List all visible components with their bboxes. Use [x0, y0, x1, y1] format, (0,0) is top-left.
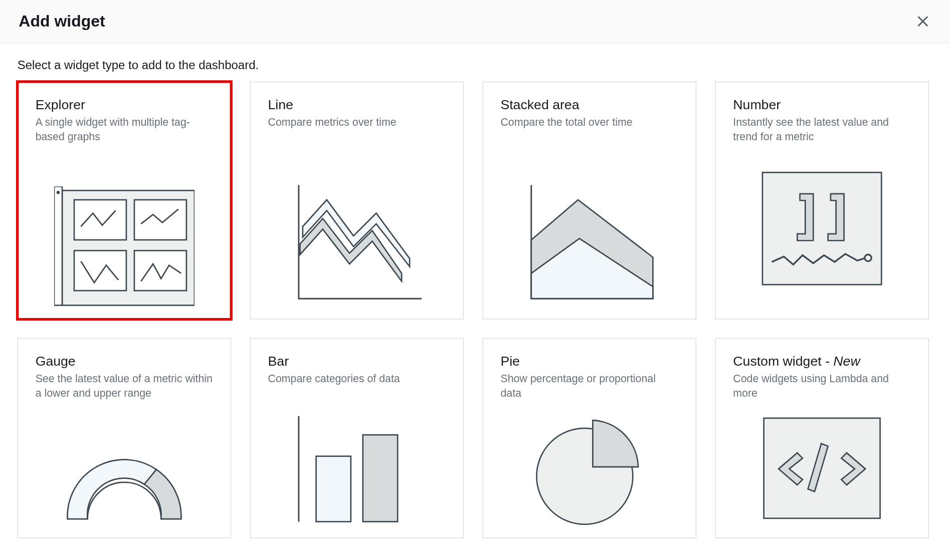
widget-card-gauge[interactable]: Gauge See the latest value of a metric w…	[18, 338, 232, 538]
explorer-icon	[36, 144, 214, 307]
widget-card-desc: Compare the total over time	[500, 115, 678, 129]
widget-card-title: Number	[733, 97, 911, 112]
modal-body-scroll[interactable]: Select a widget type to add to the dashb…	[0, 44, 949, 560]
widget-card-title-text: Custom widget	[733, 353, 821, 368]
widget-card-title: Line	[268, 97, 446, 112]
number-widget-icon	[733, 144, 911, 307]
widget-card-pie[interactable]: Pie Show percentage or proportional data	[482, 338, 696, 538]
pie-chart-icon	[500, 400, 678, 525]
stacked-area-chart-icon	[500, 129, 678, 307]
svg-rect-6	[134, 200, 186, 240]
new-badge: - New	[822, 353, 860, 368]
svg-point-15	[865, 254, 871, 261]
svg-rect-3	[54, 186, 62, 305]
widget-card-desc: See the latest value of a metric within …	[36, 371, 214, 400]
widget-type-grid: Explorer A single widget with multiple t…	[18, 82, 932, 538]
svg-rect-14	[763, 172, 881, 285]
modal-body: Select a widget type to add to the dashb…	[0, 44, 949, 560]
svg-rect-8	[134, 250, 186, 291]
widget-card-title: Stacked area	[500, 97, 678, 112]
widget-card-desc: Instantly see the latest value and trend…	[733, 115, 911, 144]
svg-point-4	[57, 191, 60, 194]
widget-card-desc: Show percentage or proportional data	[500, 371, 678, 400]
widget-card-bar[interactable]: Bar Compare categories of data	[250, 338, 464, 538]
widget-card-desc: Compare categories of data	[268, 371, 446, 386]
widget-card-custom[interactable]: Custom widget - New Code widgets using L…	[715, 338, 929, 538]
instruction-text: Select a widget type to add to the dashb…	[18, 58, 932, 72]
widget-card-desc: Compare metrics over time	[268, 115, 446, 129]
widget-card-line[interactable]: Line Compare metrics over time	[250, 82, 464, 320]
add-widget-modal: Add widget Select a widget type to add t…	[0, 0, 949, 560]
close-button[interactable]	[915, 14, 931, 30]
modal-header: Add widget	[0, 0, 949, 44]
widget-card-number[interactable]: Number Instantly see the latest value an…	[715, 82, 929, 320]
svg-rect-7	[74, 250, 126, 291]
widget-card-title: Pie	[500, 353, 678, 369]
svg-rect-17	[316, 456, 351, 521]
line-chart-icon	[268, 129, 446, 307]
widget-card-title: Explorer	[36, 97, 214, 112]
widget-card-title: Custom widget - New	[733, 353, 911, 369]
widget-card-desc: Code widgets using Lambda and more	[733, 371, 911, 400]
close-icon	[916, 15, 930, 28]
modal-title: Add widget	[19, 12, 105, 31]
svg-rect-18	[363, 435, 398, 521]
gauge-icon	[36, 400, 214, 525]
widget-card-title: Bar	[268, 353, 446, 369]
widget-card-title: Gauge	[36, 353, 214, 369]
svg-rect-5	[74, 200, 126, 240]
widget-card-stacked-area[interactable]: Stacked area Compare the total over time	[482, 82, 696, 320]
code-widget-icon	[733, 400, 911, 525]
bar-chart-icon	[268, 386, 446, 525]
widget-card-desc: A single widget with multiple tag-based …	[36, 115, 214, 144]
widget-card-explorer[interactable]: Explorer A single widget with multiple t…	[18, 82, 232, 320]
